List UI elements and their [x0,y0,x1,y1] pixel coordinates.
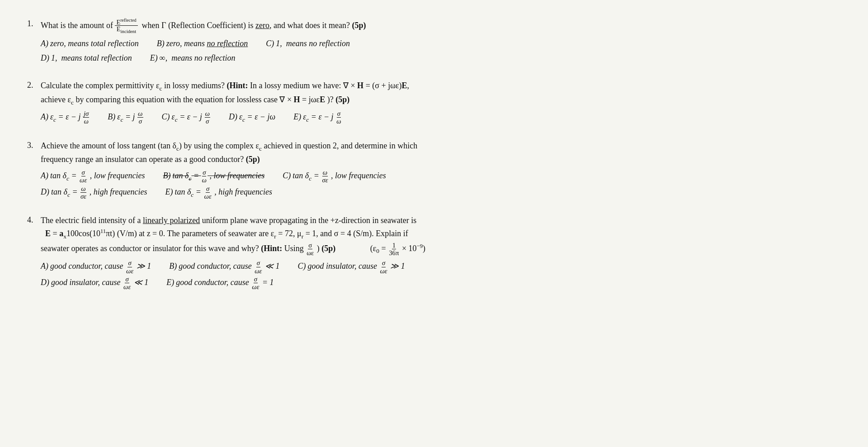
q2-answer-a: A) εc = ε − j jσ ω [41,110,90,125]
q2-answer-e: E) εc = ε − j σ ω [293,110,342,125]
q3-text: Achieve the amount of loss tangent (tan … [41,140,841,166]
q2-answer-d: D) εc = ε − jω [229,110,275,125]
q1-answer-e: E) ∞, means no reflection [150,51,236,65]
q3-answer-b: B) tan δc = σ ω , low frequencies [163,169,265,184]
q1-fraction: Ereflected Eincident [115,18,137,34]
q4-answer-d: D) good insulator, cause σ ωε ≪ 1 [41,276,148,291]
q2-answer-row: A) εc = ε − j jσ ω B) εc = j ω σ [41,110,841,125]
q4-text: The electric field intensity of a linear… [41,214,841,257]
q1-answer-c: C) 1, means no reflection [266,37,350,51]
question-2: 2. Calculate the complex permittivity εc… [27,80,841,125]
q3-number: 3. [27,141,41,150]
q2-answer-c: C) εc = ε − j ω σ [162,110,211,125]
q2-answer-b: B) εc = j ω σ [108,110,143,125]
q1-text: What is the amount of Ereflected Eincide… [41,18,841,34]
q2-number: 2. [27,81,41,90]
q2-text: Calculate the complex permittivity εc in… [41,80,841,107]
q1-answers: A) zero, means total reflection B) zero,… [41,37,841,65]
q3-answers: A) tan δc = σ ωε , low frequencies B) ta… [41,169,841,200]
q1-answer-d: D) 1, means total reflection [41,51,132,65]
question-4: 4. The electric field intensity of a lin… [27,214,841,290]
question-3: 3. Achieve the amount of loss tangent (t… [27,140,841,200]
exam-content: 1. What is the amount of Ereflected Einc… [27,18,841,290]
q3-answer-e: E) tan δc = σ ωε , high frequencies [165,185,272,200]
question-1: 1. What is the amount of Ereflected Einc… [27,18,841,65]
q1-number: 1. [27,19,41,29]
q1-answer-row2: D) 1, means total reflection E) ∞, means… [41,51,841,65]
q4-answer-a: A) good conductor, cause σ ωε ≫ 1 [41,259,151,275]
q2-answers: A) εc = ε − j jσ ω B) εc = j ω σ [41,110,841,125]
q1-answer-row1: A) zero, means total reflection B) zero,… [41,37,841,51]
q3-answer-d: D) tan δc = ω σε , high frequencies [41,185,147,200]
q3-answer-a: A) tan δc = σ ωε , low frequencies [41,169,145,184]
q1-answer-b: B) zero, means no reflection [157,37,248,51]
q3-answer-row1: A) tan δc = σ ωε , low frequencies B) ta… [41,169,841,184]
q4-number: 4. [27,215,41,225]
q3-answer-row2: D) tan δc = ω σε , high frequencies E) t… [41,185,841,200]
q4-answer-b: B) good conductor, cause σ ωε ≪ 1 [169,259,279,275]
q1-answer-a: A) zero, means total reflection [41,37,139,51]
q4-answer-e: E) good conductor, cause σ ωε = 1 [166,276,274,291]
q4-answer-row2: D) good insulator, cause σ ωε ≪ 1 E) goo… [41,276,841,291]
q4-answer-c: C) good insulator, cause σ ωε ≫ 1 [297,259,405,275]
q4-answers: A) good conductor, cause σ ωε ≫ 1 B) goo… [41,259,841,290]
q3-answer-c: C) tan δc = ω σε , low frequencies [283,169,386,184]
q4-answer-row1: A) good conductor, cause σ ωε ≫ 1 B) goo… [41,259,841,275]
